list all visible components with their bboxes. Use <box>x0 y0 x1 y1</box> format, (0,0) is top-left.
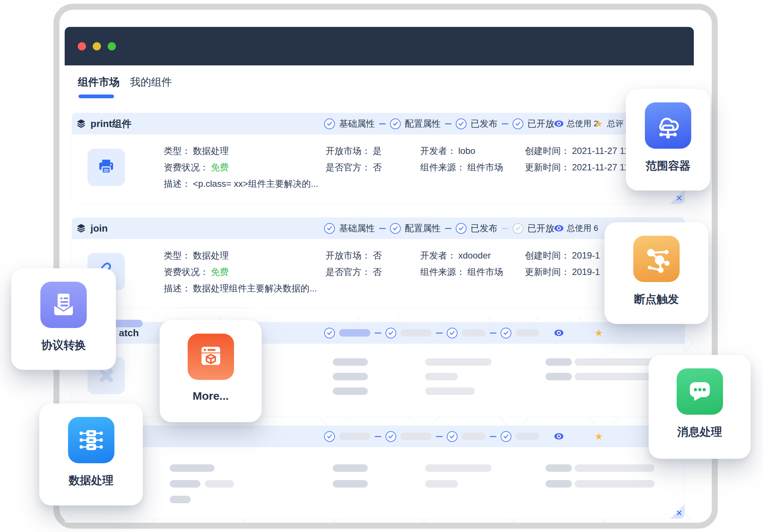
feature-tile-label: 断点触发 <box>634 292 679 307</box>
skeleton-pill <box>400 329 432 337</box>
data-flow-icon <box>68 417 114 463</box>
status-steps <box>324 426 539 447</box>
card-body: 类型：数据处理 资费状况：免费 描述：<p.class= xx>组件主要解决的.… <box>72 134 685 204</box>
feature-tile-label: 数据处理 <box>69 473 114 488</box>
cloud-network-icon <box>645 102 691 149</box>
card-header: ★ <box>72 426 685 447</box>
step-connector <box>502 228 508 229</box>
step-label: 已开放 <box>527 118 554 130</box>
close-icon[interactable]: ✕ <box>676 194 683 203</box>
card-header: print组件 基础属性 配置属性 已发布 已开放 总使用 2 ★ 总评 <box>72 113 685 134</box>
skeleton-pill <box>333 373 368 380</box>
feature-tile-label: 范围容器 <box>646 158 690 174</box>
field-label: 更新时间： <box>525 267 570 277</box>
eye-icon <box>554 225 564 232</box>
feature-tile-breakpoint-trigger[interactable]: 断点触发 <box>604 222 708 324</box>
active-tab-underline <box>79 95 114 98</box>
skeleton-pill <box>575 373 655 380</box>
field-value: 免费 <box>211 162 229 172</box>
step-connector <box>445 228 452 229</box>
field-value: 数据处理 <box>193 250 229 260</box>
molecule-icon <box>633 236 680 282</box>
component-card-print[interactable]: print组件 基础属性 配置属性 已发布 已开放 总使用 2 ★ 总评 <box>72 113 685 204</box>
document-inbox-icon <box>40 282 87 328</box>
skeleton-pill <box>516 329 539 337</box>
field-column: 类型：数据处理 资费状况：免费 描述：<p.class= xx>组件主要解决的.… <box>164 143 318 192</box>
feature-tile-more[interactable]: More... <box>160 320 262 422</box>
feature-tile-label: 消息处理 <box>677 424 722 440</box>
step-connector <box>379 123 386 124</box>
skeleton-pill <box>170 496 191 503</box>
field-label: 是否官方： <box>326 267 370 277</box>
field-column: 类型：数据处理 资费状况：免费 描述：数据处理组件主要解决数据的... <box>164 247 317 297</box>
skeleton-pill <box>425 464 492 472</box>
feature-tile-scope-container[interactable]: 范围容器 <box>626 89 710 191</box>
field-column: 开发者：lobo 组件来源：组件市场 <box>420 143 503 176</box>
step-label: 已开放 <box>527 222 554 234</box>
field-label: 开发者： <box>420 146 456 156</box>
skeleton-pill <box>575 358 655 366</box>
feature-tile-protocol-conversion[interactable]: 协议转换 <box>11 268 116 370</box>
skeleton-pill <box>425 480 458 488</box>
field-value: 组件市场 <box>467 267 503 277</box>
close-icon[interactable]: ✕ <box>676 508 683 518</box>
card-title: join <box>90 223 108 234</box>
check-icon <box>513 118 523 129</box>
skeleton-pill <box>575 480 655 488</box>
tab-component-market[interactable]: 组件市场 <box>78 75 120 98</box>
layers-icon <box>76 223 86 233</box>
field-label: 描述： <box>164 179 191 189</box>
tab-label: 组件市场 <box>78 76 120 88</box>
skeleton-pill <box>425 358 492 366</box>
card-corner: ✕ <box>670 504 684 519</box>
component-card-skeleton[interactable]: ★ ✕ <box>72 426 685 519</box>
skeleton-pill <box>205 480 234 488</box>
skeleton-pill <box>170 464 215 472</box>
skeleton-pill <box>333 387 368 395</box>
tab-my-components[interactable]: 我的组件 <box>130 75 172 98</box>
skeleton-pill <box>545 464 572 472</box>
feature-tile-label: More... <box>193 390 229 402</box>
market-box-icon <box>188 334 234 380</box>
skeleton-pill <box>333 464 368 472</box>
printer-icon <box>96 158 116 177</box>
check-icon <box>324 431 335 442</box>
check-icon <box>385 431 396 442</box>
step-connector <box>445 123 452 124</box>
check-icon <box>385 328 396 338</box>
step-connector <box>379 228 386 229</box>
minimize-window-icon[interactable] <box>93 42 101 50</box>
check-icon <box>324 328 335 338</box>
field-column: 开放市场：是 是否官方：否 <box>326 143 382 176</box>
maximize-window-icon[interactable] <box>108 42 116 50</box>
tab-label: 我的组件 <box>130 76 172 88</box>
field-label: 描述： <box>164 283 191 293</box>
feature-tile-message-processing[interactable]: 消息处理 <box>649 355 751 459</box>
status-steps: 基础属性 配置属性 已发布 已开放 <box>324 217 554 239</box>
field-label: 是否官方： <box>326 162 370 172</box>
check-icon <box>324 223 335 234</box>
eye-icon <box>554 433 564 440</box>
field-value: 否 <box>373 162 382 172</box>
field-label: 创建时间： <box>525 250 570 260</box>
check-icon <box>390 223 401 234</box>
step-connector <box>502 123 508 124</box>
component-card-join[interactable]: join 基础属性 配置属性 已发布 已开放 总使用 6 <box>72 217 685 308</box>
eye-icon <box>554 120 564 127</box>
field-value: 数据处理组件主要解决数据的... <box>193 283 317 293</box>
skeleton-pill <box>516 433 539 440</box>
step-connector <box>375 436 381 437</box>
field-label: 资费状况： <box>164 162 209 172</box>
check-icon <box>513 223 523 234</box>
field-value: xdooder <box>458 250 491 260</box>
skeleton-pill <box>333 358 368 366</box>
status-steps: 基础属性 配置属性 已发布 已开放 <box>324 113 554 134</box>
field-value: 免费 <box>211 267 229 277</box>
check-icon <box>456 223 467 234</box>
star-icon: ★ <box>594 118 603 130</box>
window-titlebar <box>65 27 694 65</box>
layers-icon <box>76 119 86 129</box>
app-window: 组件市场 我的组件 print组件 基础属性 配置属性 已发布 <box>65 27 694 523</box>
close-window-icon[interactable] <box>78 42 86 50</box>
feature-tile-data-processing[interactable]: 数据处理 <box>39 403 143 505</box>
